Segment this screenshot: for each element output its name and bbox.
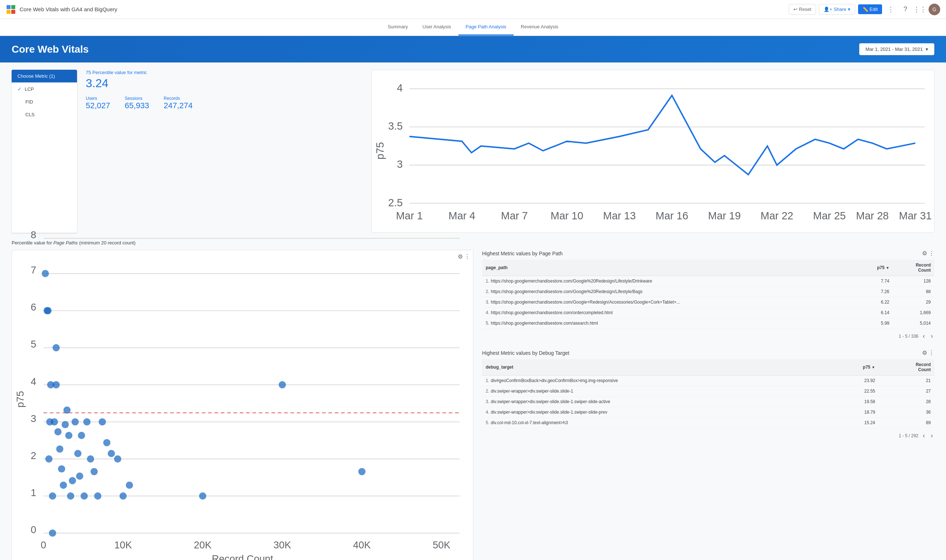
chevron-down-icon: ▾ [926, 46, 928, 52]
svg-point-64 [58, 466, 65, 473]
more-options-paths-button[interactable]: ⋮ [929, 250, 934, 257]
svg-point-51 [42, 270, 49, 277]
tab-user-analysis[interactable]: User Analysis [415, 19, 459, 35]
cell-count: 28 [879, 397, 934, 407]
records-value: 247,274 [164, 101, 193, 111]
edit-icon: ✏️ [863, 6, 868, 12]
svg-point-84 [120, 492, 127, 500]
svg-point-70 [69, 477, 76, 485]
topbar-right: ↩ Reset 👤+ Share ▾ ✏️ Edit ⋮ ? ⋮⋮ G [789, 4, 940, 15]
filter-icon-button[interactable]: ⚙ [458, 253, 463, 260]
debug-table-section: Highest Metric values by Debug Target ⚙ … [482, 349, 934, 440]
app-title: Core Web Vitals with GA4 and BigQuery [20, 6, 117, 12]
svg-point-65 [60, 482, 67, 489]
table-row: 5.div.col-md-10.col-xl-7.text-alignment>… [482, 418, 934, 428]
avatar: G [929, 4, 940, 15]
reset-button[interactable]: ↩ Reset [789, 4, 816, 14]
table-row: 1.div#geoConfirmBoxBack>div.geoConfirmBo… [482, 375, 934, 386]
cell-p75: 6.22 [857, 297, 893, 308]
svg-point-71 [72, 418, 79, 426]
metric-option-cls[interactable]: CLS [12, 108, 77, 121]
col-record-count: RecordCount [893, 260, 934, 276]
filter-icon-button-debug[interactable]: ⚙ [922, 349, 927, 356]
svg-point-69 [67, 492, 74, 500]
cell-target: 1.div#geoConfirmBoxBack>div.geoConfirmBo… [482, 375, 830, 386]
cell-p75: 7.74 [857, 276, 893, 286]
stat-row: Users 52,027 Sessions 65,933 Records 247… [86, 96, 362, 111]
svg-point-79 [94, 492, 101, 500]
svg-text:p75: p75 [374, 142, 386, 159]
app-logo-icon [6, 5, 16, 14]
next-page-debug-button[interactable]: › [929, 431, 934, 440]
cell-count: 88 [893, 286, 934, 297]
svg-point-68 [65, 432, 72, 439]
cell-path: 4.https://shop.googlemerchandisestore.co… [482, 308, 857, 318]
svg-text:0: 0 [31, 524, 36, 535]
cell-count: 21 [879, 375, 934, 386]
svg-text:2: 2 [31, 450, 36, 461]
prev-page-paths-button[interactable]: ‹ [921, 332, 926, 341]
tab-summary[interactable]: Summary [381, 19, 415, 35]
records-stat: Records 247,274 [164, 96, 193, 111]
cell-target: 3.div.swiper-wrapper>div.swiper-slide.sl… [482, 397, 830, 407]
svg-text:20K: 20K [194, 540, 212, 551]
col-debug-target: debug_target [482, 359, 830, 375]
edit-button[interactable]: ✏️ Edit [858, 5, 882, 14]
svg-text:4: 4 [397, 82, 403, 94]
svg-point-86 [199, 492, 206, 500]
more-options-button[interactable]: ⋮ [885, 4, 897, 15]
page-paths-table-title: Highest Metric values by Page Path ⚙ ⋮ [482, 250, 934, 257]
metric-selector: Choose Metric (1) ✓ LCP FID CLS [12, 70, 77, 233]
svg-point-74 [78, 432, 85, 439]
line-chart-container: 4 3.5 3 2.5 p75 Mar 1 Mar 4 Mar 7 Mar 10… [371, 70, 934, 233]
svg-text:Mar 19: Mar 19 [708, 210, 741, 222]
page-paths-pagination: 1 - 5 / 336 ‹ › [482, 329, 934, 341]
cell-p75: 18.79 [830, 407, 879, 418]
svg-text:30K: 30K [274, 540, 291, 551]
share-button[interactable]: 👤+ Share ▾ [819, 4, 855, 14]
metric-option-fid[interactable]: FID [12, 95, 77, 108]
svg-point-76 [83, 418, 91, 426]
svg-point-77 [87, 455, 94, 463]
date-picker[interactable]: Mar 1, 2021 - Mar 31, 2021 ▾ [859, 43, 934, 55]
chevron-down-icon: ▾ [848, 6, 850, 12]
page-paths-table: page_path p75 ▼ RecordCount 1.https://sh… [482, 260, 934, 329]
help-button[interactable]: ? [900, 4, 911, 15]
cell-p75: 7.26 [857, 286, 893, 297]
filter-icon-button-paths[interactable]: ⚙ [922, 250, 927, 257]
users-label: Users [86, 96, 110, 101]
debug-pagination: 1 - 5 / 292 ‹ › [482, 428, 934, 440]
svg-text:0: 0 [41, 540, 46, 551]
svg-text:Mar 22: Mar 22 [761, 210, 793, 222]
metric-option-lcp[interactable]: ✓ LCP [12, 82, 77, 95]
svg-point-85 [126, 482, 133, 489]
reset-icon: ↩ [793, 6, 797, 12]
tab-page-path-analysis[interactable]: Page Path Analysis [459, 19, 514, 35]
next-page-paths-button[interactable]: › [929, 332, 934, 341]
svg-point-82 [108, 450, 115, 457]
more-options-debug-button[interactable]: ⋮ [929, 349, 934, 356]
tab-revenue-analysis[interactable]: Revenue Analysis [514, 19, 565, 35]
svg-point-61 [53, 344, 60, 352]
table-row: 2.div.swiper-wrapper>div.swiper-slide.sl… [482, 386, 934, 397]
svg-point-78 [91, 468, 98, 475]
svg-point-81 [103, 439, 111, 446]
sessions-stat: Sessions 65,933 [125, 96, 149, 111]
cell-p75: 6.14 [857, 308, 893, 318]
svg-text:2.5: 2.5 [388, 197, 402, 208]
svg-text:8: 8 [31, 229, 36, 241]
svg-text:Mar 28: Mar 28 [856, 210, 889, 222]
prev-page-debug-button[interactable]: ‹ [921, 431, 926, 440]
more-options-scatter-button[interactable]: ⋮ [464, 253, 470, 260]
svg-text:Mar 1: Mar 1 [396, 210, 423, 222]
date-range-label: Mar 1, 2021 - Mar 31, 2021 [865, 46, 923, 52]
metric-stats: 75 Percentile value for metric 3.24 User… [86, 70, 362, 233]
page-paths-table-section: Highest Metric values by Page Path ⚙ ⋮ p… [482, 250, 934, 341]
apps-button[interactable]: ⋮⋮ [914, 4, 926, 15]
cell-count: 1,669 [893, 308, 934, 318]
svg-point-62 [54, 428, 62, 435]
svg-point-54 [45, 455, 53, 463]
share-icon: 👤+ [824, 6, 832, 12]
table-row: 1.https://shop.googlemerchandisestore.co… [482, 276, 934, 286]
table-row: 5.https://shop.googlemerchandisestore.co… [482, 318, 934, 329]
